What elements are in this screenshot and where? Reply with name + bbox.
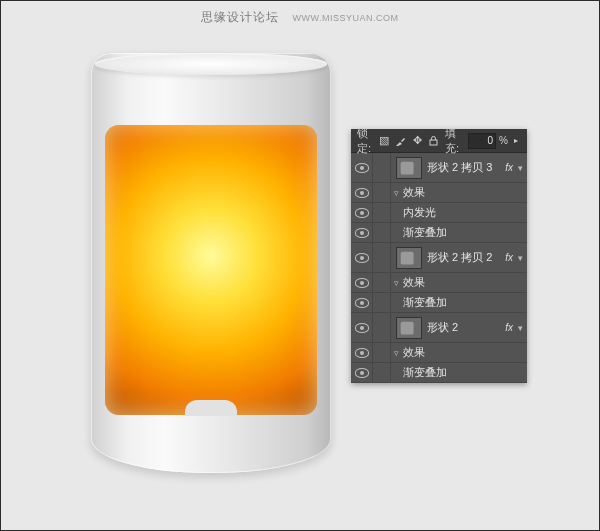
- visibility-toggle[interactable]: [351, 343, 373, 362]
- effect-name: 渐变叠加: [403, 295, 447, 310]
- eye-icon: [355, 368, 369, 378]
- effects-label: 效果: [403, 345, 425, 360]
- fill-percent: %: [499, 135, 508, 146]
- svg-rect-0: [430, 140, 437, 145]
- layers-panel-header: 锁定: ▧ ✥ 填充: % ▸: [351, 129, 527, 153]
- juice-shape: [105, 125, 317, 415]
- layer-name[interactable]: 形状 2 拷贝 2: [427, 250, 505, 265]
- effects-disclosure-icon[interactable]: ▿: [391, 278, 401, 288]
- fill-label: 填充:: [445, 126, 463, 156]
- layer-thumbnail[interactable]: [396, 157, 422, 179]
- layer-thumbnail[interactable]: [396, 247, 422, 269]
- eye-icon: [355, 188, 369, 198]
- visibility-toggle[interactable]: [351, 183, 373, 202]
- glass-rim: [95, 53, 327, 75]
- lock-paint-icon[interactable]: [395, 134, 407, 148]
- lock-position-icon[interactable]: ✥: [413, 134, 422, 148]
- watermark: 思缘设计论坛 WWW.MISSYUAN.COM: [1, 9, 599, 26]
- eye-icon: [355, 298, 369, 308]
- visibility-toggle[interactable]: [351, 243, 373, 272]
- artwork-stage: [91, 53, 331, 473]
- fx-disclosure-icon[interactable]: ▾: [515, 323, 525, 333]
- effect-name: 渐变叠加: [403, 365, 447, 380]
- fx-disclosure-icon[interactable]: ▾: [515, 163, 525, 173]
- eye-icon: [355, 253, 369, 263]
- eye-icon: [355, 228, 369, 238]
- watermark-url: WWW.MISSYUAN.COM: [293, 13, 399, 23]
- fx-badge[interactable]: fx: [505, 252, 513, 263]
- eye-icon: [355, 278, 369, 288]
- eye-icon: [355, 323, 369, 333]
- layer-name[interactable]: 形状 2 拷贝 3: [427, 160, 505, 175]
- layer-thumbnail[interactable]: [396, 317, 422, 339]
- visibility-toggle[interactable]: [351, 313, 373, 342]
- effects-row[interactable]: ▿ 效果: [351, 273, 527, 293]
- visibility-toggle[interactable]: [351, 203, 373, 222]
- eye-icon: [355, 163, 369, 173]
- layer-row[interactable]: 形状 2 fx ▾: [351, 313, 527, 343]
- link-cell: [373, 203, 391, 222]
- layer-row[interactable]: 形状 2 拷贝 2 fx ▾: [351, 243, 527, 273]
- visibility-toggle[interactable]: [351, 293, 373, 312]
- link-cell: [373, 363, 391, 382]
- link-cell: [373, 273, 391, 292]
- visibility-toggle[interactable]: [351, 153, 373, 182]
- effects-label: 效果: [403, 185, 425, 200]
- eye-icon: [355, 348, 369, 358]
- link-cell[interactable]: [373, 313, 391, 342]
- visibility-toggle[interactable]: [351, 223, 373, 242]
- fx-badge[interactable]: fx: [505, 162, 513, 173]
- effect-item[interactable]: 渐变叠加: [351, 363, 527, 383]
- link-cell[interactable]: [373, 153, 391, 182]
- fill-opacity-dropdown-icon[interactable]: ▸: [511, 134, 521, 148]
- effect-name: 内发光: [403, 205, 436, 220]
- lock-all-icon[interactable]: [428, 134, 439, 148]
- fx-badge[interactable]: fx: [505, 322, 513, 333]
- watermark-text: 思缘设计论坛: [201, 10, 279, 24]
- svg-rect-3: [401, 321, 414, 334]
- effect-item[interactable]: 渐变叠加: [351, 223, 527, 243]
- effect-name: 渐变叠加: [403, 225, 447, 240]
- svg-rect-1: [401, 161, 414, 174]
- visibility-toggle[interactable]: [351, 273, 373, 292]
- link-cell: [373, 343, 391, 362]
- eye-icon: [355, 208, 369, 218]
- layer-row[interactable]: 形状 2 拷贝 3 fx ▾: [351, 153, 527, 183]
- layer-list: 形状 2 拷贝 3 fx ▾ ▿ 效果 内发光 渐变叠加: [351, 153, 527, 383]
- link-cell[interactable]: [373, 243, 391, 272]
- fill-opacity-group: 填充: % ▸: [445, 126, 521, 156]
- layer-name[interactable]: 形状 2: [427, 320, 505, 335]
- visibility-toggle[interactable]: [351, 363, 373, 382]
- glass-shape: [91, 53, 331, 473]
- fill-opacity-input[interactable]: [468, 133, 496, 149]
- effect-item[interactable]: 渐变叠加: [351, 293, 527, 313]
- svg-rect-2: [401, 251, 414, 264]
- link-cell: [373, 183, 391, 202]
- effects-disclosure-icon[interactable]: ▿: [391, 188, 401, 198]
- effect-item[interactable]: 内发光: [351, 203, 527, 223]
- lock-transparency-icon[interactable]: ▧: [379, 134, 389, 148]
- effects-label: 效果: [403, 275, 425, 290]
- fx-disclosure-icon[interactable]: ▾: [515, 253, 525, 263]
- layers-panel: 锁定: ▧ ✥ 填充: % ▸ 形状 2 拷贝 3 fx ▾: [351, 129, 527, 383]
- effects-disclosure-icon[interactable]: ▿: [391, 348, 401, 358]
- link-cell: [373, 293, 391, 312]
- effects-row[interactable]: ▿ 效果: [351, 343, 527, 363]
- lock-label: 锁定:: [357, 126, 371, 156]
- effects-row[interactable]: ▿ 效果: [351, 183, 527, 203]
- link-cell: [373, 223, 391, 242]
